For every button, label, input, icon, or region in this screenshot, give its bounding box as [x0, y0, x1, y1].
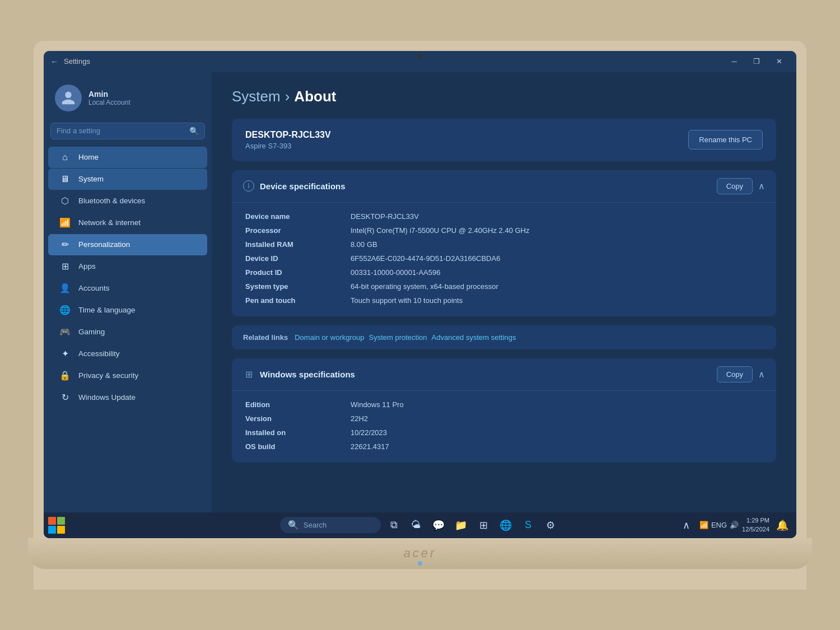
related-link-domain[interactable]: Domain or workgroup [295, 333, 364, 342]
device-specs-title: Device specifications [260, 181, 346, 191]
info-icon: i [243, 180, 254, 192]
bluetooth-icon: ⬡ [59, 195, 71, 207]
spec-header-right: Copy ∧ [717, 178, 765, 194]
title-bar-left: ← Settings [50, 57, 724, 66]
acer-logo-dot [418, 561, 422, 566]
sidebar-item-bluetooth[interactable]: ⬡ Bluetooth & devices [48, 190, 207, 212]
apps-icon: ⊞ [59, 261, 71, 272]
windows-specs-title: Windows specifications [260, 370, 355, 379]
windows-specs-table: Edition Windows 11 Pro Version 22H2 Inst… [232, 391, 776, 463]
sidebar-item-privacy[interactable]: 🔒 Privacy & security [48, 365, 207, 386]
pc-name: DESKTOP-RJCL33V [245, 130, 331, 140]
windows-specs-copy-button[interactable]: Copy [717, 366, 753, 382]
windows-settings-app: ← Settings ─ ❐ ✕ [44, 51, 796, 538]
collapse-icon[interactable]: ∧ [758, 181, 765, 192]
sidebar-item-apps[interactable]: ⊞ Apps [48, 256, 207, 277]
network-tray-icon[interactable]: 📶 [699, 521, 708, 529]
avatar-icon [60, 90, 76, 106]
screen-bezel: ← Settings ─ ❐ ✕ [44, 51, 796, 538]
rename-pc-button[interactable]: Rename this PC [688, 130, 763, 150]
taskbar-left [48, 517, 65, 534]
device-specs-copy-button[interactable]: Copy [717, 178, 753, 194]
taskbar-edge[interactable]: 🌐 [496, 516, 515, 535]
search-box[interactable]: 🔍 [50, 123, 205, 139]
search-input[interactable] [57, 127, 185, 135]
taskbar-chat[interactable]: 💬 [429, 516, 448, 535]
taskbar-time: 1:29 PM [742, 516, 769, 525]
sidebar-item-gaming[interactable]: 🎮 Gaming [48, 321, 207, 343]
win-spec-title-row: ⊞ Windows specifications [243, 368, 355, 380]
sidebar-item-personalization[interactable]: ✏ Personalization [48, 234, 207, 255]
windows-specs-section: ⊞ Windows specifications Copy ∧ Edition [232, 358, 776, 463]
sidebar-item-label-network: Network & internet [78, 218, 141, 227]
sidebar-item-network[interactable]: 📶 Network & internet [48, 212, 207, 234]
maximize-button[interactable]: ❐ [746, 53, 767, 70]
camera [418, 54, 422, 59]
sidebar-item-label-apps: Apps [78, 262, 96, 270]
spec-row-device-name: Device name DESKTOP-RJCL33V [245, 209, 763, 223]
sidebar: Amin Local Account 🔍 ⌂ Home [44, 72, 212, 512]
taskbar-clock[interactable]: 1:29 PM 12/5/2024 [742, 516, 769, 534]
taskbar-task-view[interactable]: ⧉ [384, 516, 403, 535]
sidebar-item-time[interactable]: 🌐 Time & language [48, 300, 207, 321]
taskbar-skype[interactable]: S [519, 516, 538, 535]
user-subtitle: Local Account [88, 99, 130, 106]
laptop-brand: acer [404, 546, 437, 561]
related-link-advanced[interactable]: Advanced system settings [432, 333, 516, 342]
sidebar-item-accounts[interactable]: 👤 Accounts [48, 278, 207, 299]
win-collapse-icon[interactable]: ∧ [758, 369, 765, 380]
taskbar-widgets[interactable]: 🌤 [407, 516, 426, 535]
sidebar-item-accessibility[interactable]: ✦ Accessibility [48, 343, 207, 365]
pc-card: DESKTOP-RJCL33V Aspire S7-393 Rename thi… [232, 119, 776, 161]
taskbar-explorer[interactable]: 📁 [451, 516, 470, 535]
window-controls: ─ ❐ ✕ [724, 53, 790, 70]
user-profile: Amin Local Account [44, 78, 212, 123]
spec-row-os-build: OS build 22621.4317 [245, 440, 763, 454]
win-spec-header-right: Copy ∧ [717, 366, 765, 382]
taskbar-sys-icons: 📶 ENG 🔊 [699, 521, 739, 529]
app-body: Amin Local Account 🔍 ⌂ Home [44, 72, 796, 512]
laptop-base: acer [28, 538, 812, 569]
device-specs-table: Device name DESKTOP-RJCL33V Processor In… [232, 203, 776, 316]
taskbar-right: ∧ 📶 ENG 🔊 1:29 PM 12/5/2024 🔔 [677, 516, 792, 535]
sidebar-item-label-system: System [78, 175, 104, 183]
related-links-label: Related links [243, 333, 288, 342]
back-button[interactable]: ← [50, 57, 58, 66]
spec-row-product-id: Product ID 00331-10000-00001-AA596 [245, 265, 763, 279]
spec-row-edition: Edition Windows 11 Pro [245, 398, 763, 412]
sidebar-item-label-time: Time & language [78, 306, 136, 314]
privacy-icon: 🔒 [59, 370, 71, 381]
taskbar-chevron-up[interactable]: ∧ [677, 516, 696, 535]
spec-row-installed-on: Installed on 10/22/2023 [245, 426, 763, 440]
sidebar-item-home[interactable]: ⌂ Home [48, 147, 207, 168]
sidebar-item-label-personalization: Personalization [78, 240, 130, 249]
breadcrumb-system: System [232, 88, 281, 105]
minimize-button[interactable]: ─ [724, 53, 745, 70]
sidebar-item-label-accessibility: Accessibility [78, 349, 120, 358]
lang-indicator: ENG [711, 521, 727, 529]
taskbar-ms-store[interactable]: ⊞ [474, 516, 493, 535]
sidebar-item-label-update: Windows Update [78, 393, 136, 402]
home-icon: ⌂ [59, 152, 71, 163]
spec-row-system-type: System type 64-bit operating system, x64… [245, 279, 763, 293]
close-button[interactable]: ✕ [768, 53, 790, 70]
notification-icon[interactable]: 🔔 [773, 516, 792, 535]
sidebar-item-label-gaming: Gaming [78, 328, 105, 336]
volume-icon[interactable]: 🔊 [730, 521, 739, 529]
sidebar-item-system[interactable]: 🖥 System [48, 169, 207, 190]
taskbar-settings[interactable]: ⚙ [541, 516, 560, 535]
sidebar-item-label-accounts: Accounts [78, 284, 110, 292]
sidebar-nav: ⌂ Home 🖥 System ⬡ Bluetooth & devices [44, 146, 212, 409]
breadcrumb-about: About [294, 88, 336, 105]
avatar [55, 85, 82, 111]
sidebar-item-label-bluetooth: Bluetooth & devices [78, 197, 145, 205]
device-specs-header: i Device specifications Copy ∧ [232, 170, 776, 203]
main-panel: System › About DESKTOP-RJCL33V Aspire S7… [212, 72, 796, 512]
sidebar-item-label-privacy: Privacy & security [78, 371, 138, 380]
taskbar-search-icon: 🔍 [288, 520, 299, 530]
windows-start-button[interactable] [48, 517, 65, 534]
taskbar-search[interactable]: 🔍 Search [280, 517, 381, 533]
sidebar-item-update[interactable]: ↻ Windows Update [48, 387, 207, 408]
related-links: Related links Domain or workgroup System… [232, 325, 776, 349]
related-link-protection[interactable]: System protection [368, 333, 427, 342]
